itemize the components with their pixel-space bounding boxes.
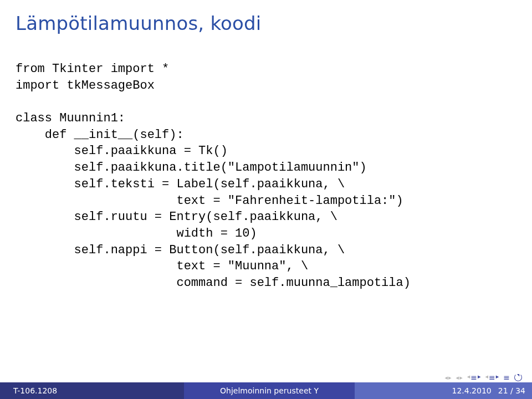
nav-equiv-icon: ≡ bbox=[470, 374, 477, 381]
page-number: 21 / 34 bbox=[498, 386, 525, 395]
course-code: T-106.1208 bbox=[13, 386, 57, 395]
nav-doc-equiv-icon: ≡ bbox=[489, 374, 495, 381]
nav-prev-frame-icon[interactable]: ◂ bbox=[445, 375, 448, 381]
nav-doc-controls: ◂ ≡ ▸ bbox=[485, 374, 499, 381]
footer-right: 12.4.2010 21 / 34 bbox=[355, 382, 532, 399]
nav-next-section-icon[interactable]: ▸ bbox=[478, 374, 481, 381]
slide-title: Lämpötilamuunnos, koodi bbox=[16, 12, 516, 34]
slide-date: 12.4.2010 bbox=[452, 386, 491, 395]
nav-first-icon[interactable]: ◂ bbox=[485, 374, 488, 381]
footer-left: T-106.1208 bbox=[0, 382, 184, 399]
nav-last-icon[interactable]: ▸ bbox=[496, 374, 499, 381]
nav-subsection-controls: ◂ ▸ bbox=[456, 375, 463, 381]
footer: T-106.1208 Ohjelmoinnin perusteet Y 12.4… bbox=[0, 382, 532, 399]
footer-center: Ohjelmoinnin perusteet Y bbox=[184, 382, 355, 399]
nav-menu-icon[interactable]: ≡ bbox=[503, 374, 510, 381]
course-title: Ohjelmoinnin perusteet Y bbox=[220, 386, 319, 395]
nav-next-frame-icon[interactable]: ▸ bbox=[448, 375, 452, 381]
code-block: from Tkinter import * import tkMessageBo… bbox=[16, 61, 516, 291]
nav-next-sub-icon[interactable]: ▸ bbox=[459, 375, 463, 381]
nav-prev-section-icon[interactable]: ◂ bbox=[467, 374, 470, 381]
refresh-icon[interactable] bbox=[514, 374, 522, 381]
slide: Lämpötilamuunnos, koodi from Tkinter imp… bbox=[0, 0, 532, 399]
nav-section-controls: ◂ ≡ ▸ bbox=[467, 374, 481, 381]
nav-frame-controls: ◂ ▸ bbox=[445, 375, 452, 381]
nav-controls: ◂ ▸ ◂ ▸ ◂ ≡ ▸ ◂ ≡ ▸ ≡ bbox=[445, 374, 522, 381]
nav-prev-sub-icon[interactable]: ◂ bbox=[456, 375, 459, 381]
